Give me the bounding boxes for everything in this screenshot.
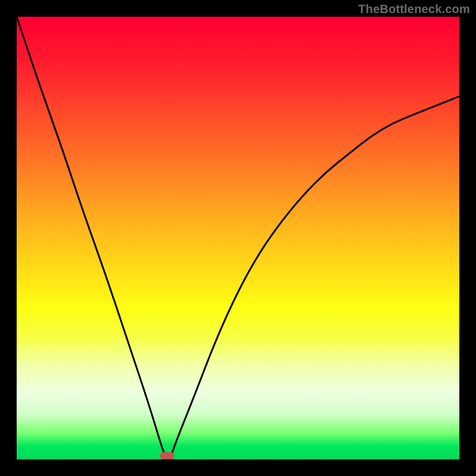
watermark-text: TheBottleneck.com — [358, 2, 470, 16]
curve-svg — [17, 17, 459, 459]
bottleneck-curve — [17, 17, 459, 458]
chart-frame: TheBottleneck.com — [0, 0, 476, 476]
optimum-marker — [160, 452, 174, 459]
plot-area — [17, 17, 459, 459]
